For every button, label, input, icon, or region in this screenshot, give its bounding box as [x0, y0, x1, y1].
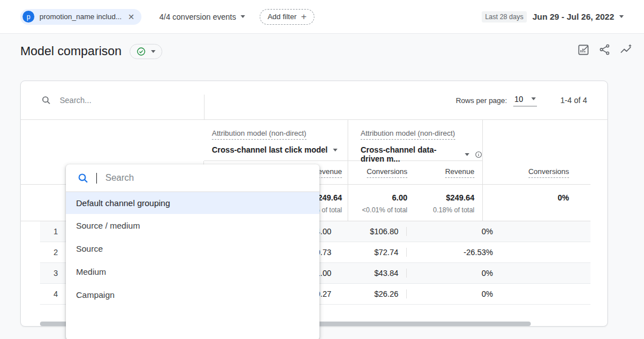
column-header-revenue-2[interactable]: Revenue	[416, 161, 483, 184]
totals-revenue-2: $249.64 0.18% of total	[416, 185, 483, 221]
attribution-model-cell-1: Attribution model (non-direct) Cross-cha…	[204, 120, 348, 161]
filter-chip-label: promotion_name includ...	[39, 12, 122, 21]
filter-chip-promotion-name[interactable]: p promotion_name includ... ✕	[20, 9, 141, 25]
chevron-down-icon	[151, 50, 156, 53]
revenue-2-cell: $72.74	[340, 248, 407, 257]
table-search-input[interactable]	[59, 95, 177, 105]
pagination-controls: Rows per page: 10 1-4 of 4	[456, 81, 587, 119]
chevron-down-icon	[333, 149, 337, 151]
column-divider	[204, 95, 205, 119]
edit-report-icon[interactable]	[577, 43, 590, 56]
add-filter-button[interactable]: Add filter +	[260, 9, 314, 25]
totals-conversions-2: 6.00 <0.01% of total	[348, 185, 416, 221]
dimension-dropdown: Default channel grouping Source / medium…	[66, 164, 319, 339]
dropdown-item-source-medium[interactable]: Source / medium	[66, 214, 319, 237]
conversions-change-cell: 0%	[407, 269, 514, 278]
report-actions	[577, 43, 633, 56]
model-comparison-screen: p promotion_name includ... ✕ 4/4 convers…	[0, 0, 644, 339]
date-range-selector[interactable]: Jun 29 - Jul 26, 2022	[532, 12, 624, 21]
add-filter-label: Add filter	[268, 12, 296, 21]
text-cursor	[96, 173, 97, 184]
filter-bar: p promotion_name includ... ✕ 4/4 convers…	[0, 0, 644, 34]
column-header-conversions-2[interactable]: Conversions	[348, 161, 416, 184]
column-header-conversions-change[interactable]: Conversions	[483, 161, 590, 184]
conversion-events-selector[interactable]: 4/4 conversion events	[159, 12, 245, 21]
conversions-change-cell: -26.53%	[407, 248, 514, 257]
dropdown-item-campaign[interactable]: Campaign	[66, 283, 319, 306]
info-icon[interactable]	[475, 150, 482, 159]
chevron-down-icon	[241, 15, 245, 18]
chevron-down-icon	[465, 153, 469, 156]
totals-conversions-change: 0%	[483, 185, 590, 221]
chip-close-icon[interactable]: ✕	[128, 12, 135, 21]
search-icon	[41, 95, 51, 105]
rows-per-page-label: Rows per page:	[456, 96, 507, 105]
share-icon[interactable]	[598, 43, 611, 56]
search-icon	[77, 172, 89, 184]
plus-icon: +	[301, 12, 307, 21]
chevron-down-icon	[619, 15, 624, 18]
title-row: Model comparison	[20, 34, 162, 69]
attribution-model-select-1[interactable]: Cross-channel last click model	[212, 145, 348, 154]
dropdown-item-source[interactable]: Source	[66, 237, 319, 260]
conversions-change-cell: 0%	[407, 289, 514, 298]
date-range-label: Jun 29 - Jul 26, 2022	[532, 12, 614, 21]
date-range-area: Last 28 days Jun 29 - Jul 26, 2022	[482, 11, 624, 23]
rows-per-page-value: 10	[514, 95, 523, 104]
attribution-model-cell-2: Attribution model (non-direct) Cross-cha…	[348, 120, 483, 161]
dropdown-item-default-channel-grouping[interactable]: Default channel grouping	[66, 192, 319, 214]
table-toolbar: Rows per page: 10 1-4 of 4	[21, 81, 607, 120]
attribution-model-value: Cross-channel last click model	[212, 145, 327, 154]
insights-icon[interactable]	[619, 43, 633, 56]
revenue-2-cell: $43.84	[340, 269, 407, 278]
pagination-range: 1-4 of 4	[561, 96, 587, 105]
conversion-events-label: 4/4 conversion events	[159, 12, 236, 21]
conversions-change-cell: 0%	[407, 227, 514, 236]
dropdown-search-input[interactable]	[104, 172, 308, 184]
attribution-model-label: Attribution model (non-direct)	[212, 129, 307, 140]
rows-per-page-select[interactable]: 10	[513, 95, 537, 106]
attribution-model-label: Attribution model (non-direct)	[361, 129, 455, 140]
dropdown-search[interactable]	[66, 164, 319, 192]
revenue-2-cell: $26.26	[340, 289, 407, 298]
page-title: Model comparison	[20, 44, 122, 59]
date-preset-badge: Last 28 days	[482, 11, 527, 23]
report-status-selector[interactable]	[130, 44, 162, 59]
table-search[interactable]	[41, 81, 177, 119]
dropdown-item-medium[interactable]: Medium	[66, 260, 319, 283]
property-p-icon: p	[23, 11, 34, 23]
revenue-2-cell: $106.80	[340, 227, 407, 236]
chevron-down-icon	[531, 97, 536, 100]
check-circle-icon	[136, 47, 146, 56]
